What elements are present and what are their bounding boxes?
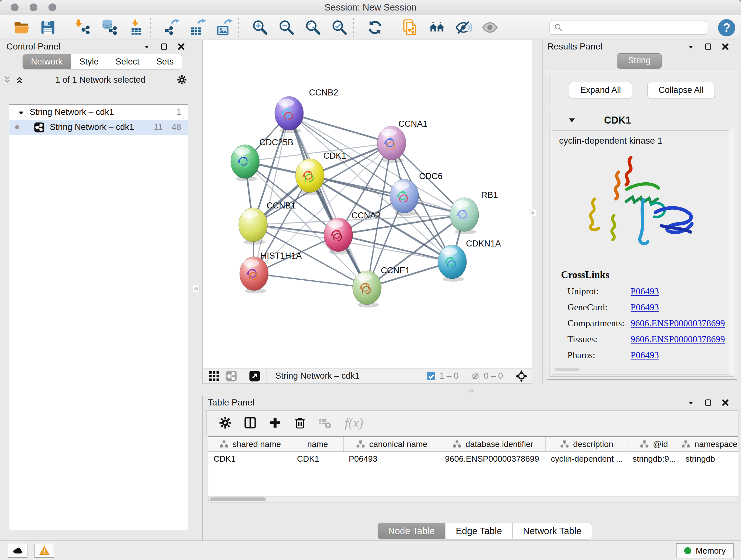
network-canvas[interactable]: CCNB2 CCNA1 CDC25B CDK1 CDC6 RB1 CCNB1 (203, 40, 532, 368)
float-panel-icon[interactable] (703, 398, 713, 408)
table-hscroll-thumb[interactable] (210, 497, 266, 501)
node-CCNA1[interactable]: CCNA1 (377, 119, 428, 163)
zoom-fit-icon[interactable] (305, 19, 322, 36)
tab-edge-table[interactable]: Edge Table (445, 523, 513, 540)
panel-menu-icon[interactable] (686, 398, 696, 408)
close-panel-icon[interactable] (721, 42, 730, 51)
tab-string[interactable]: String (617, 53, 662, 69)
detach-view-icon[interactable] (249, 370, 260, 382)
network-tree-root-row[interactable]: String Network – cdk1 1 (9, 105, 188, 120)
zoom-selected-icon[interactable] (331, 19, 348, 36)
column-header-canonical-name[interactable]: canonical name (344, 437, 440, 451)
column-header-description[interactable]: description (546, 437, 627, 451)
edge-HIST1H1A-CCNE1[interactable] (254, 273, 367, 288)
node-label-CCNB1: CCNB1 (266, 201, 296, 210)
node-CDC6[interactable]: CDC6 (390, 172, 443, 216)
tab-select[interactable]: Select (107, 54, 148, 69)
tab-node-table[interactable]: Node Table (378, 523, 445, 540)
save-session-icon[interactable] (39, 19, 57, 36)
hide-eye-icon[interactable] (455, 19, 472, 36)
export-table-icon[interactable] (190, 19, 207, 36)
show-eye-icon[interactable] (481, 19, 498, 36)
results-vscroll-track[interactable] (729, 130, 734, 374)
export-image-icon[interactable] (216, 19, 233, 36)
column-header-name[interactable]: name (292, 437, 344, 451)
panel-menu-icon[interactable] (142, 42, 151, 51)
right-splitter-handle[interactable] (529, 209, 536, 216)
panel-menu-icon[interactable] (686, 42, 696, 51)
tab-sets[interactable]: Sets (148, 54, 182, 69)
close-panel-icon[interactable] (177, 42, 186, 51)
search-box[interactable] (549, 20, 707, 35)
delete-column-icon[interactable] (293, 416, 307, 430)
expand-collapse-bar: Expand All Collapse All (549, 74, 734, 106)
crosslink-link[interactable]: P06493 (630, 286, 659, 297)
cloud-button[interactable] (8, 544, 27, 558)
collapse-entry-icon[interactable] (568, 116, 576, 125)
export-network-icon[interactable] (163, 19, 180, 36)
memory-label: Memory (696, 546, 726, 556)
open-session-icon[interactable] (13, 19, 30, 36)
network-share-icon[interactable] (226, 370, 237, 382)
grid-view-icon[interactable] (208, 370, 220, 382)
create-column-icon[interactable] (268, 416, 282, 430)
column-header--id[interactable]: @id (627, 437, 680, 451)
birdseye-crosshair-icon[interactable] (515, 370, 528, 382)
network-options-gear-icon[interactable] (177, 74, 187, 85)
import-network-database-icon[interactable] (101, 19, 118, 36)
crosslink-link[interactable]: 9606.ENSP00000378699 (630, 318, 725, 328)
houses-icon[interactable] (428, 19, 446, 36)
search-input[interactable] (566, 22, 707, 33)
warning-button[interactable] (35, 544, 54, 558)
show-columns-icon[interactable] (243, 416, 257, 430)
network-tree-child-row[interactable]: String Network – cdk1 1148 (9, 120, 188, 135)
edge-CDK1-RB1[interactable] (310, 176, 464, 214)
import-network-file-icon[interactable] (75, 19, 92, 36)
table-options-gear-icon[interactable] (218, 416, 232, 430)
node-HIST1H1A[interactable]: HIST1H1A (240, 251, 302, 294)
table-hscroll-track[interactable] (208, 496, 738, 503)
float-panel-icon[interactable] (703, 42, 713, 51)
close-panel-icon[interactable] (721, 398, 730, 408)
expand-all-button[interactable]: Expand All (569, 82, 632, 98)
memory-button[interactable]: Memory (676, 543, 734, 558)
edge-CCNB2-CCNA1[interactable] (289, 113, 392, 143)
collapse-all-button[interactable]: Collapse All (648, 82, 715, 98)
table-row[interactable]: CDK1CDK1P064939606.ENSP00000378699cyclin… (208, 452, 738, 466)
crosslink-link[interactable]: P06493 (630, 350, 659, 361)
collapse-all-networks-icon[interactable] (3, 75, 12, 84)
edge-CCNB2-CCNE1[interactable] (289, 113, 367, 288)
zoom-out-icon[interactable] (278, 19, 295, 36)
node-CCNA2[interactable]: CCNA2 (324, 211, 381, 254)
help-button[interactable]: ? (718, 19, 735, 37)
column-header-shared-name[interactable]: shared name (208, 437, 292, 451)
crosslink-row: GeneCard:P06493 (567, 302, 732, 313)
clone-network-icon[interactable] (402, 19, 419, 36)
import-table-file-icon[interactable] (128, 19, 145, 36)
node-CDKN1A[interactable]: CDKN1A (438, 239, 501, 282)
current-network-dot-icon (15, 125, 19, 129)
tree-caret-icon[interactable] (17, 109, 24, 116)
selected-checkbox-icon[interactable] (427, 372, 435, 381)
crosslink-link[interactable]: P06493 (630, 302, 659, 313)
table-tabs: Node TableEdge TableNetwork Table (378, 523, 592, 540)
zoom-in-icon[interactable] (252, 19, 269, 36)
left-splitter-handle[interactable] (193, 285, 200, 292)
memory-status-dot-icon (684, 547, 691, 554)
tab-network[interactable]: Network (23, 54, 71, 69)
column-header-namespace[interactable]: namespace (680, 437, 738, 451)
crosslink-link[interactable]: 9606.ENSP00000378699 (630, 334, 725, 345)
bottom-splitter-handle[interactable] (468, 388, 474, 392)
refresh-layout-icon[interactable] (366, 19, 384, 36)
float-panel-icon[interactable] (159, 42, 169, 51)
toolbar-separator (150, 18, 159, 37)
gene-entry-header[interactable]: CDK1 (550, 111, 734, 130)
node-CCNE1[interactable]: CCNE1 (353, 266, 410, 307)
expand-all-networks-icon[interactable] (15, 75, 24, 84)
crosslink-label: Pharos: (567, 350, 630, 361)
tab-network-table[interactable]: Network Table (513, 523, 592, 540)
column-header-database-identifier[interactable]: database identifier (440, 437, 546, 451)
node-RB1[interactable]: RB1 (450, 190, 498, 234)
tab-style[interactable]: Style (71, 54, 107, 69)
results-hscroll-thumb[interactable] (555, 368, 580, 371)
